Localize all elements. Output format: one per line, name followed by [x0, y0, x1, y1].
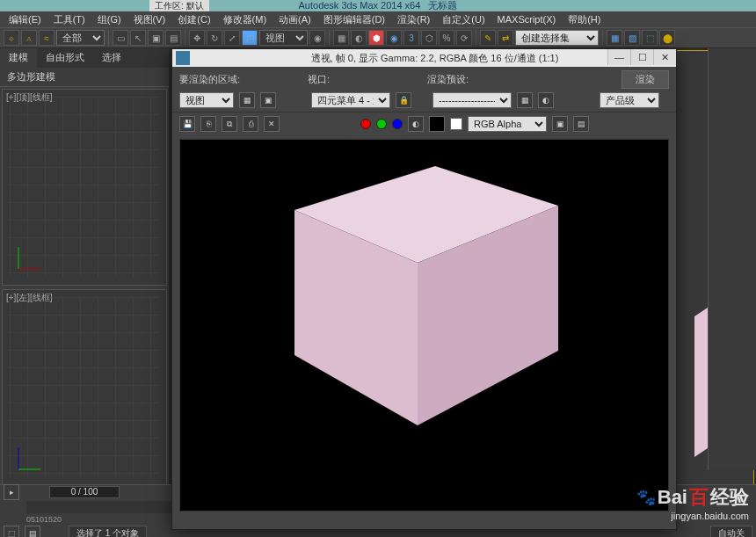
toggle-icon1[interactable]: ▣ — [552, 116, 568, 132]
menu-rendering[interactable]: 渲染(R) — [392, 12, 435, 27]
named-set-dropdown[interactable]: 创建选择集 — [515, 30, 599, 46]
spinner-icon[interactable]: ⟳ — [456, 30, 472, 46]
viewport-left[interactable]: [+][左][线框] — [2, 289, 167, 486]
area-edit-icon[interactable]: ▦ — [239, 92, 255, 108]
channel-blue-icon[interactable] — [392, 119, 403, 129]
snap2-icon[interactable]: ⬡ — [421, 30, 437, 46]
product-dropdown[interactable]: 产品级 — [600, 92, 659, 108]
menu-customize[interactable]: 自定义(U) — [437, 12, 490, 27]
material-icon[interactable]: ⬤ — [659, 30, 675, 46]
window-icon[interactable]: ▣ — [148, 30, 164, 46]
menu-edit[interactable]: 编辑(E) — [4, 12, 47, 27]
cursor-icon[interactable]: ↖ — [130, 30, 146, 46]
menu-maxscript[interactable]: MAXScript(X) — [492, 13, 562, 25]
subtab-poly[interactable]: 多边形建模 — [0, 68, 169, 87]
preset-label: 渲染预设: — [427, 73, 546, 86]
title-bar: 工作区: 默认 Autodesk 3ds Max 2014 x64 无标题 — [0, 0, 756, 11]
angle-icon[interactable]: 3 — [403, 30, 419, 46]
menu-modifiers[interactable]: 修改器(M) — [218, 12, 273, 27]
workspace-label: 工作区: 默认 — [149, 0, 209, 11]
preset-dropdown[interactable]: -------------------------- — [433, 92, 512, 108]
manipulate-icon[interactable]: ◐ — [351, 30, 367, 46]
wm-text-a: Bai — [658, 486, 687, 509]
select-icon[interactable]: ▭ — [113, 30, 128, 46]
center-icon[interactable]: ◉ — [309, 30, 325, 46]
frame-indicator: 0 / 100 — [49, 486, 120, 498]
tab-modeling[interactable]: 建模 — [0, 48, 37, 68]
isolate-icon[interactable]: ◉ — [386, 30, 402, 46]
wave-icon[interactable]: ≈ — [39, 30, 55, 46]
copy-icon[interactable]: ⎘ — [200, 116, 216, 132]
wm-text-b: 百 — [689, 484, 709, 511]
area-auto-icon[interactable]: ▣ — [260, 92, 276, 108]
clear-icon[interactable]: ✕ — [264, 116, 280, 132]
menu-create[interactable]: 创建(C) — [172, 12, 215, 27]
preset-icon2[interactable]: ◐ — [538, 92, 554, 108]
area-dropdown[interactable]: 视图 — [179, 92, 234, 108]
doc-name: 无标题 — [428, 0, 457, 11]
menu-tools[interactable]: 工具(T) — [48, 12, 91, 27]
right-panel — [708, 48, 756, 470]
render-title: 透视, 帧 0, 显示 Gamma: 2.2, RGBA 颜色 16 位/通道 … — [193, 52, 676, 65]
region-icon[interactable]: ▤ — [165, 30, 181, 46]
viewport-top[interactable]: [+][顶][线框] — [2, 89, 167, 286]
menu-views[interactable]: 视图(V) — [128, 12, 171, 27]
listener-icon[interactable]: ▤ — [25, 526, 40, 537]
tab-freeform[interactable]: 自由形式 — [37, 48, 93, 68]
main-toolbar: ⟐ ⟑ ≈ 全部 ▭ ↖ ▣ ▤ ✥ ↻ ⤢ ◳ 视图 ◉ ▦ ◐ ⬢ ◉ 3 … — [0, 27, 756, 48]
mono-icon[interactable]: ◐ — [408, 116, 424, 132]
preset-icon1[interactable]: ▦ — [517, 92, 533, 108]
select-obj-icon[interactable]: ▦ — [333, 30, 349, 46]
menu-graph[interactable]: 图形编辑器(D) — [318, 12, 390, 27]
play-icon[interactable]: ▸ — [4, 484, 19, 500]
axis-icon[interactable]: ◳ — [242, 30, 258, 46]
rotate-icon[interactable]: ↻ — [207, 30, 222, 46]
unlink-icon[interactable]: ⟑ — [21, 30, 37, 46]
menu-animation[interactable]: 动画(A) — [273, 12, 316, 27]
tab-select[interactable]: 选择 — [93, 48, 130, 68]
render-row-1: 要渲染的区域: 视口: 渲染预设: 渲染 — [172, 67, 676, 92]
viewport-label: 视口: — [308, 73, 422, 86]
save-icon[interactable]: 💾 — [179, 116, 195, 132]
snap-icon[interactable]: ⬢ — [368, 30, 384, 46]
mirror-icon[interactable]: ⇄ — [498, 30, 513, 46]
menu-group[interactable]: 组(G) — [92, 12, 127, 27]
menu-help[interactable]: 帮助(H) — [563, 12, 606, 27]
hammer-icon[interactable]: ✎ — [480, 30, 496, 46]
clone-icon[interactable]: ⧉ — [222, 116, 237, 132]
channel-red-icon[interactable] — [360, 119, 371, 129]
layer1-icon[interactable]: ▦ — [607, 30, 622, 46]
tick-10: 10 — [35, 515, 44, 524]
toggle-icon2[interactable]: ▤ — [573, 116, 589, 132]
close-button[interactable]: ✕ — [653, 49, 676, 65]
render-frame-window: 透视, 帧 0, 显示 Gamma: 2.2, RGBA 颜色 16 位/通道 … — [171, 48, 677, 530]
maxscript-icon[interactable]: ⬚ — [4, 526, 19, 537]
filter-dropdown[interactable]: 全部 — [56, 30, 105, 46]
rendered-cube — [180, 140, 671, 512]
viewport-dropdown[interactable]: 四元菜单 4 - 透视 — [311, 92, 390, 108]
percent-icon[interactable]: % — [439, 30, 454, 46]
ref-dropdown[interactable]: 视图 — [259, 30, 308, 46]
scale-icon[interactable]: ⤢ — [224, 30, 240, 46]
maximize-button[interactable]: ☐ — [630, 49, 653, 65]
graph-icon[interactable]: ⬚ — [642, 30, 658, 46]
lock-icon[interactable]: 🔒 — [396, 92, 411, 108]
minimize-button[interactable]: — — [607, 49, 630, 65]
ribbon-tabs: 建模 自由形式 选择 — [0, 48, 169, 68]
watermark: 🐾 Bai百 经验 jingyan.baidu.com — [636, 484, 749, 521]
bg-swatch[interactable] — [450, 118, 462, 130]
layer2-icon[interactable]: ▧ — [624, 30, 640, 46]
alpha-black-icon[interactable] — [429, 116, 445, 132]
render-row-3: 💾 ⎘ ⧉ ⎙ ✕ ◐ RGB Alpha ▣ ▤ — [172, 112, 676, 135]
channel-dropdown[interactable]: RGB Alpha — [468, 116, 547, 132]
tick-15: 15 — [44, 515, 53, 524]
print-icon[interactable]: ⎙ — [243, 116, 258, 132]
app-title: Autodesk 3ds Max 2014 x64 无标题 — [299, 0, 458, 12]
move-icon[interactable]: ✥ — [189, 30, 205, 46]
channel-green-icon[interactable] — [376, 119, 387, 129]
render-button[interactable]: 渲染 — [622, 70, 669, 89]
area-label: 要渲染的区域: — [179, 73, 302, 86]
link-icon[interactable]: ⟐ — [4, 30, 19, 46]
render-output[interactable] — [179, 139, 669, 512]
paw-icon: 🐾 — [636, 488, 656, 507]
